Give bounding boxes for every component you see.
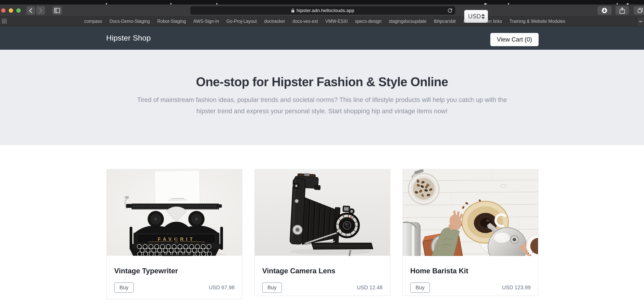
menubar-fragment xyxy=(508,3,509,5)
bookmark-item[interactable]: tbhpcarsblr xyxy=(434,19,456,24)
currency-value: USD xyxy=(468,13,481,20)
favorites-grid-icon[interactable] xyxy=(2,19,7,24)
product-price: USD 67.98 xyxy=(209,285,234,291)
menubar-fragment xyxy=(617,3,618,5)
hero-subtitle-line2: hipster trend and express your personal … xyxy=(0,106,644,117)
sidebar-icon xyxy=(54,8,60,13)
divider xyxy=(636,17,637,26)
buy-button[interactable]: Buy xyxy=(262,282,282,293)
hero-section: One-stop for Hipster Fashion & Style Onl… xyxy=(0,50,644,145)
bookmark-item[interactable]: docs-ves-ext xyxy=(292,19,318,24)
bookmark-item[interactable]: Docs-Demo-Staging xyxy=(110,19,150,24)
reload-icon[interactable] xyxy=(447,8,452,13)
url-text: hipster.adn.helloclouds.app xyxy=(296,8,354,13)
site-header: Hipster Shop USD View Cart (0) xyxy=(0,26,644,50)
product-image-camera[interactable] xyxy=(255,169,390,256)
bookmarks-bar: compass Docs-Demo-Staging Robot-Staging … xyxy=(0,17,644,26)
product-price: USD 123.99 xyxy=(502,285,531,291)
forward-button[interactable] xyxy=(36,6,45,15)
bookmark-item[interactable]: AWS-Sign-In xyxy=(193,19,219,24)
chevron-right-icon xyxy=(38,8,43,13)
bookmark-item[interactable]: Training & Website Modules xyxy=(510,19,565,24)
product-price: USD 12.48 xyxy=(357,285,382,291)
tabs-icon xyxy=(638,8,643,14)
share-button[interactable] xyxy=(616,6,629,15)
hero-subtitle-line1: Tired of mainstream fashion ideas, popul… xyxy=(0,94,644,106)
site-logo[interactable]: Hipster Shop xyxy=(106,26,151,50)
browser-toolbar: hipster.adn.helloclouds.app xyxy=(0,5,644,17)
product-name[interactable]: Vintage Camera Lens xyxy=(262,267,382,275)
scrollbar[interactable] xyxy=(638,17,644,26)
sidebar-toggle-button[interactable] xyxy=(52,6,62,15)
bookmark-item[interactable]: stagingdocsupdate xyxy=(389,19,426,24)
bookmark-item[interactable]: VMW-ESXi xyxy=(325,19,348,24)
bookmark-item[interactable]: specs-design xyxy=(355,19,382,24)
bookmark-item[interactable]: Go-Proj-Layout xyxy=(226,19,257,24)
menubar-fragment xyxy=(106,3,107,5)
currency-select[interactable]: USD xyxy=(464,10,488,23)
macos-menubar xyxy=(0,0,644,5)
product-image-typewriter[interactable]: FAVORIT xyxy=(107,169,242,256)
download-icon xyxy=(602,8,608,14)
share-icon xyxy=(620,7,625,14)
product-card-home-barista-kit: Home Barista Kit Buy USD 123.99 xyxy=(402,169,538,296)
product-grid: FAVORIT Vintage Typewriter Buy USD xyxy=(106,169,644,299)
view-cart-button[interactable]: View Cart (0) xyxy=(490,33,538,46)
bookmark-item[interactable]: compass xyxy=(84,19,102,24)
menubar-fragment xyxy=(170,3,172,5)
bookmark-item[interactable]: Robot-Staging xyxy=(157,19,186,24)
hero-title: One-stop for Hipster Fashion & Style Onl… xyxy=(0,50,644,89)
product-image-barista[interactable] xyxy=(403,169,538,256)
product-name[interactable]: Vintage Typewriter xyxy=(114,267,234,275)
products-section: FAVORIT Vintage Typewriter Buy USD xyxy=(0,145,644,299)
bookmark-item[interactable]: doctracker xyxy=(264,19,285,24)
zoom-window-button[interactable] xyxy=(16,9,21,13)
back-button[interactable] xyxy=(26,6,35,15)
downloads-button[interactable] xyxy=(598,6,612,15)
bookmark-list: compass Docs-Demo-Staging Robot-Staging … xyxy=(84,19,565,24)
minimize-window-button[interactable] xyxy=(9,9,13,13)
select-arrows-icon xyxy=(481,14,485,19)
product-name[interactable]: Home Barista Kit xyxy=(410,267,531,275)
hero-subtitle: Tired of mainstream fashion ideas, popul… xyxy=(0,94,644,117)
lock-icon xyxy=(291,8,294,13)
chevron-left-icon xyxy=(29,8,33,13)
close-window-button[interactable] xyxy=(1,9,6,13)
product-card-vintage-typewriter: FAVORIT Vintage Typewriter Buy USD xyxy=(106,169,242,299)
address-bar[interactable]: hipster.adn.helloclouds.app xyxy=(190,6,455,15)
tab-overview-button[interactable] xyxy=(634,6,644,15)
menubar-fragment xyxy=(216,3,218,5)
buy-button[interactable]: Buy xyxy=(410,282,430,293)
buy-button[interactable]: Buy xyxy=(114,282,134,293)
product-card-vintage-camera-lens: Vintage Camera Lens Buy USD 12.48 xyxy=(254,169,390,296)
